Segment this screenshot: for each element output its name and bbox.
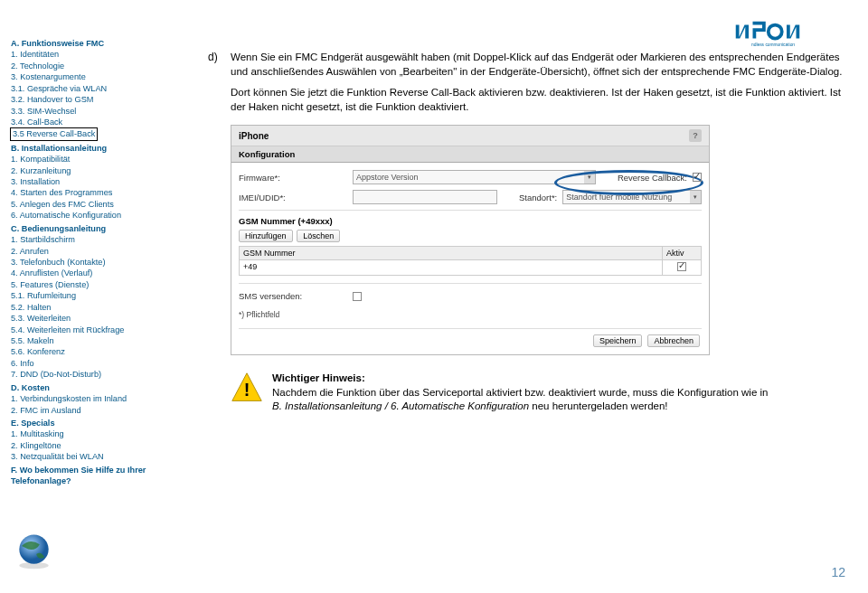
dialog-title: iPhone [239, 131, 269, 141]
toc-c3[interactable]: 3. Telefonbuch (Kontakte) [11, 257, 178, 268]
toc-c4[interactable]: 4. Anruflisten (Verlauf) [11, 268, 178, 278]
toc-b5[interactable]: 5. Anlegen des FMC Clients [11, 199, 178, 210]
toc-b6[interactable]: 6. Automatische Konfiguration [11, 210, 178, 221]
step-label-d: d) [208, 51, 218, 63]
gsm-section-header: GSM Nummer (+49xxx) [239, 216, 702, 226]
toc-d1[interactable]: 1. Verbindungskosten im Inland [11, 393, 178, 404]
svg-point-0 [769, 25, 782, 39]
toc-a33[interactable]: 3.3. SIM-Wechsel [11, 106, 178, 117]
imei-field [353, 190, 497, 204]
dialog-help-icon: ? [689, 129, 702, 142]
gsm-table-row: +49 [239, 260, 702, 276]
toc-c2[interactable]: 2. Anrufen [11, 246, 178, 257]
toc-a2[interactable]: 2. Technologie [11, 61, 178, 71]
toc-d2[interactable]: 2. FMC im Ausland [11, 405, 178, 416]
reverse-callback-label: Reverse Callback: [618, 173, 687, 183]
delete-button: Löschen [297, 230, 340, 242]
toc-a34[interactable]: 3.4. Call-Back [11, 117, 178, 127]
svg-text:!: ! [244, 380, 250, 400]
toc-a35-current: 3.5 Reverse Call-Back [10, 127, 98, 140]
toc-e-head[interactable]: E. Specials [11, 418, 178, 428]
globe-icon [14, 530, 54, 570]
toc-a31[interactable]: 3.1. Gespräche via WLAN [11, 83, 178, 94]
reverse-callback-checkbox [693, 173, 702, 182]
imei-label: IMEI/UDID*: [239, 193, 347, 202]
warning-line1b: B. Installationsanleitung / 6. Automatis… [272, 400, 529, 411]
col-gsm-number: GSM Nummer [240, 247, 663, 259]
required-footnote: *) Pflichtfeld [239, 310, 702, 319]
toc-a3[interactable]: 3. Kostenargumente [11, 71, 178, 82]
toc-c54[interactable]: 5.4. Weiterleiten mit Rückfrage [11, 325, 178, 335]
warning-heading: Wichtiger Hinweis: [272, 372, 365, 383]
toc-f-head[interactable]: F. Wo bekommen Sie Hilfe zu Ihrer Telefo… [11, 465, 178, 487]
logo-tagline: ndless communication [751, 42, 795, 47]
save-button: Speichern [593, 334, 643, 347]
toc-c5[interactable]: 5. Features (Dienste) [11, 279, 178, 290]
toc-c6[interactable]: 6. Info [11, 358, 178, 369]
page-number: 12 [831, 565, 845, 579]
sms-checkbox [353, 292, 362, 301]
paragraph-1: Wenn Sie ein FMC Endgerät ausgewählt hab… [231, 51, 845, 79]
col-aktiv: Aktiv [663, 247, 701, 259]
toc-c52[interactable]: 5.2. Halten [11, 302, 178, 313]
toc-e2[interactable]: 2. Klingeltöne [11, 440, 178, 451]
brand-logo: ndless communication [732, 9, 841, 54]
toc-b4[interactable]: 4. Starten des Programmes [11, 187, 178, 198]
toc-e3[interactable]: 3. Netzqualität bei WLAN [11, 451, 178, 462]
chevron-down-icon: ▾ [690, 191, 701, 203]
toc-c55[interactable]: 5.5. Makeln [11, 335, 178, 346]
firmware-select: Appstore Version▾ [353, 170, 596, 184]
chevron-down-icon: ▾ [584, 171, 595, 184]
toc-a1[interactable]: 1. Identitäten [11, 49, 178, 60]
warning-line1a: Nachdem die Funktion über das Servicepor… [272, 387, 768, 398]
content-main: Wenn Sie ein FMC Endgerät ausgewählt hab… [231, 51, 845, 414]
warning-box: ! Wichtiger Hinweis: Nachdem die Funktio… [231, 372, 845, 414]
firmware-label: Firmware*: [239, 173, 347, 183]
warning-icon: ! [231, 372, 263, 408]
toc-a32[interactable]: 3.2. Handover to GSM [11, 94, 178, 105]
toc-d-head[interactable]: D. Kosten [11, 382, 178, 393]
standort-select: Standort fuer mobile Nutzung▾ [562, 190, 702, 204]
toc-b2[interactable]: 2. Kurzanleitung [11, 165, 178, 176]
warning-line1c: neu heruntergeladen werden! [529, 400, 667, 411]
table-of-contents: A. Funktionsweise FMC 1. Identitäten 2. … [11, 36, 178, 486]
add-button: Hinzufügen [239, 230, 293, 242]
toc-a-head[interactable]: A. Funktionsweise FMC [11, 38, 178, 49]
toc-b-head[interactable]: B. Installationsanleitung [11, 143, 178, 154]
gsm-table-header: GSM Nummer Aktiv [239, 246, 702, 260]
config-dialog-screenshot: iPhone ? Konfiguration Firmware*: Appsto… [231, 125, 710, 355]
toc-c-head[interactable]: C. Bedienungsanleitung [11, 223, 178, 234]
paragraph-2: Dort können Sie jetzt die Funktion Rever… [231, 86, 845, 114]
toc-e1[interactable]: 1. Multitasking [11, 428, 178, 439]
toc-b3[interactable]: 3. Installation [11, 176, 178, 187]
gsm-active-checkbox [677, 262, 686, 271]
toc-c7[interactable]: 7. DND (Do-Not-Disturb) [11, 369, 178, 380]
toc-c53[interactable]: 5.3. Weiterleiten [11, 313, 178, 324]
standort-label: Standort*: [519, 193, 557, 202]
sms-label: SMS versenden: [239, 291, 347, 301]
toc-c56[interactable]: 5.6. Konferenz [11, 346, 178, 357]
toc-c1[interactable]: 1. Startbildschirm [11, 234, 178, 245]
toc-b1[interactable]: 1. Kompatibilität [11, 154, 178, 165]
gsm-value: +49 [240, 260, 663, 275]
dialog-tab-config: Konfiguration [231, 146, 709, 163]
toc-c51[interactable]: 5.1. Rufumleitung [11, 290, 178, 301]
cancel-button: Abbrechen [647, 334, 700, 347]
